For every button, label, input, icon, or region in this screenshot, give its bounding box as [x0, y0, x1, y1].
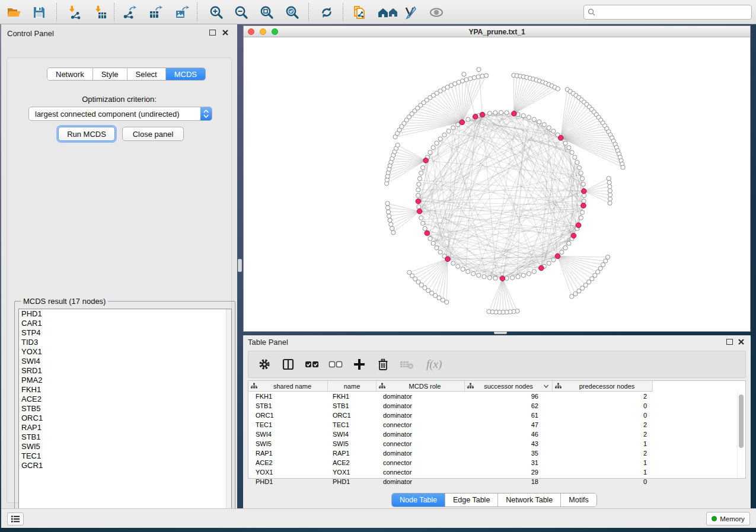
network-node[interactable] [499, 110, 503, 114]
network-node[interactable] [551, 129, 556, 133]
mcds-result-item[interactable]: GCR1 [19, 461, 231, 470]
import-network-icon[interactable] [66, 4, 83, 21]
network-node[interactable] [420, 166, 425, 170]
cell-mcds_role[interactable]: connector [377, 421, 465, 428]
network-leaf-node[interactable] [386, 210, 390, 214]
mcds-result-item[interactable]: PHD1 [19, 309, 231, 319]
network-node[interactable] [482, 274, 486, 278]
open-file-icon[interactable] [6, 4, 23, 21]
mcds-result-item[interactable]: SWI4 [19, 357, 231, 366]
network-leaf-node[interactable] [480, 74, 484, 78]
cell-mcds_role[interactable]: dominator [377, 431, 465, 438]
network-dominator-node[interactable] [555, 254, 560, 259]
cell-name[interactable]: TEC1 [328, 421, 377, 428]
hide-style-icon[interactable] [402, 4, 419, 21]
close-table-panel-icon[interactable] [738, 338, 745, 345]
network-leaf-node[interactable] [608, 197, 612, 201]
network-node[interactable] [493, 111, 497, 115]
tab-node-table[interactable]: Node Table [392, 493, 445, 507]
network-node[interactable] [417, 177, 422, 181]
task-history-button[interactable] [7, 512, 24, 525]
network-node[interactable] [461, 267, 465, 271]
network-leaf-node[interactable] [468, 76, 473, 81]
network-node[interactable] [547, 261, 551, 265]
cell-predecessor_nodes[interactable]: 1 [553, 469, 653, 476]
network-leaf-node[interactable] [607, 177, 611, 181]
network-node[interactable] [416, 193, 420, 197]
cell-predecessor_nodes[interactable]: 2 [553, 431, 653, 438]
show-eye-icon[interactable] [428, 4, 445, 21]
close-panel-icon[interactable] [222, 29, 229, 36]
vertical-splitter-grip[interactable] [238, 259, 242, 272]
network-dominator-node[interactable] [460, 120, 465, 125]
zoom-out-icon[interactable] [233, 4, 250, 21]
network-leaf-node[interactable] [464, 78, 468, 82]
network-dominator-node[interactable] [571, 233, 576, 239]
table-row[interactable]: TEC1TEC1connector472 [248, 420, 738, 430]
mcds-result-item[interactable]: STB5 [19, 404, 231, 414]
network-leaf-node[interactable] [395, 143, 400, 147]
network-leaf-node[interactable] [608, 188, 612, 193]
table-row[interactable]: ORC1ORC1dominator610 [248, 411, 738, 420]
tab-select[interactable]: Select [127, 68, 166, 80]
cell-mcds_role[interactable]: dominator [377, 393, 465, 400]
mcds-result-item[interactable]: SWI5 [19, 442, 231, 451]
column-header-successor-nodes[interactable]: successor nodes [465, 381, 553, 391]
close-panel-button[interactable]: Close panel [122, 127, 184, 141]
cell-successor_nodes[interactable]: 62 [465, 402, 553, 409]
table-row[interactable]: YOX1YOX1connector291 [248, 467, 738, 477]
export-network-icon[interactable] [121, 4, 138, 21]
network-view[interactable] [244, 37, 750, 331]
network-leaf-node[interactable] [462, 72, 466, 76]
network-dominator-node[interactable] [576, 223, 581, 228]
add-column-icon[interactable] [352, 357, 367, 372]
network-leaf-node[interactable] [386, 206, 390, 210]
network-node[interactable] [466, 117, 470, 121]
tab-motifs[interactable]: Motifs [561, 493, 596, 507]
cell-predecessor_nodes[interactable]: 1 [553, 440, 653, 447]
network-leaf-node[interactable] [389, 222, 393, 226]
cell-name[interactable]: RAP1 [328, 450, 377, 457]
network-node[interactable] [532, 270, 536, 274]
mcds-result-item[interactable]: ACE2 [19, 395, 231, 404]
float-panel-icon[interactable] [209, 30, 216, 36]
network-node[interactable] [416, 188, 420, 192]
network-node[interactable] [579, 171, 583, 175]
network-leaf-node[interactable] [606, 255, 610, 259]
settings-gear-icon[interactable] [257, 357, 272, 372]
tab-edge-table[interactable]: Edge Table [445, 493, 498, 507]
cell-mcds_role[interactable]: dominator [377, 450, 465, 457]
network-node[interactable] [446, 129, 451, 133]
tab-network-table[interactable]: Network Table [498, 493, 561, 507]
network-node[interactable] [419, 216, 423, 220]
mcds-result-item[interactable]: ORC1 [19, 414, 231, 423]
tab-mcds[interactable]: MCDS [166, 68, 205, 80]
cell-successor_nodes[interactable]: 31 [465, 459, 553, 466]
float-table-panel-icon[interactable] [726, 339, 733, 345]
network-leaf-node[interactable] [385, 201, 390, 206]
cell-successor_nodes[interactable]: 46 [465, 431, 553, 438]
network-node[interactable] [505, 111, 509, 115]
network-dominator-node[interactable] [582, 188, 587, 194]
export-table-icon[interactable] [147, 4, 164, 21]
network-dominator-node[interactable] [425, 230, 430, 236]
mcds-result-item[interactable]: TEC1 [19, 451, 231, 461]
table-row[interactable]: FKH1FKH1dominator962 [248, 392, 738, 401]
network-node[interactable] [428, 150, 432, 155]
network-node[interactable] [580, 210, 584, 214]
cell-successor_nodes[interactable]: 29 [465, 469, 553, 476]
run-mcds-button[interactable]: Run MCDS [58, 127, 115, 141]
home-neighbors-icon[interactable] [376, 4, 400, 21]
cell-mcds_role[interactable]: dominator [377, 412, 465, 419]
cell-predecessor_nodes[interactable]: 1 [553, 459, 653, 466]
network-node[interactable] [435, 141, 439, 145]
network-dominator-node[interactable] [581, 203, 586, 209]
cell-predecessor_nodes[interactable]: 2 [553, 450, 653, 457]
show-columns-icon[interactable] [280, 357, 296, 372]
network-node[interactable] [442, 133, 446, 137]
network-dominator-node[interactable] [417, 209, 422, 214]
cell-successor_nodes[interactable]: 18 [465, 478, 553, 485]
cell-successor_nodes[interactable]: 35 [465, 450, 553, 457]
network-node[interactable] [567, 146, 571, 150]
network-dominator-node[interactable] [558, 135, 563, 140]
